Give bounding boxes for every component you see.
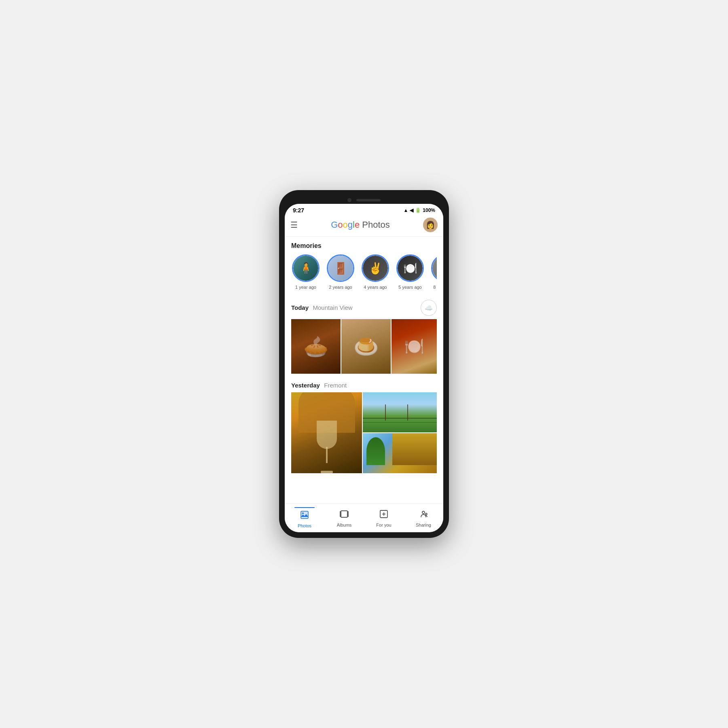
memory-circle-5yr: 🍽️ <box>396 254 424 282</box>
nav-foryou[interactable]: For you <box>364 507 404 528</box>
logo-container: Google Photos <box>303 220 418 230</box>
yesterday-photo-vineyard[interactable] <box>363 392 437 432</box>
today-photo-2[interactable]: 🍮 <box>341 319 391 374</box>
yesterday-label: Yesterday <box>291 382 320 389</box>
albums-nav-label: Albums <box>337 523 352 527</box>
nav-inactive-spacer-1 <box>334 507 354 508</box>
memories-title: Memories <box>291 242 437 250</box>
logo-e-letter: e <box>355 220 360 230</box>
memory-circle-4yr: ✌️ <box>362 254 389 282</box>
speaker-bar <box>356 199 381 201</box>
today-section: Today Mountain View ☁️ 🥧 🍮 <box>285 295 443 377</box>
yesterday-photos-grid <box>291 392 437 474</box>
svg-rect-6 <box>347 512 348 516</box>
logo-g-letter: G <box>331 220 338 230</box>
yesterday-right-col <box>363 392 437 473</box>
wifi-icon: ▲ <box>403 207 408 213</box>
yesterday-header: Yesterday Fremont <box>291 382 437 389</box>
cloud-icon: ☁️ <box>425 304 433 312</box>
foryou-nav-label: For you <box>376 523 391 527</box>
today-photo-3[interactable]: 🍽️ <box>392 319 437 374</box>
phone-notch <box>285 196 443 204</box>
memory-label-2yr: 2 years ago <box>329 284 352 290</box>
bottom-spacer <box>285 476 443 483</box>
memory-circle-1yr: 🧍 <box>292 254 320 282</box>
memory-img-2yr: 🚪 <box>328 256 353 281</box>
svg-point-11 <box>425 513 427 515</box>
nav-inactive-spacer-3 <box>413 507 434 508</box>
nav-photos[interactable]: Photos <box>285 507 324 528</box>
avatar[interactable]: 👩 <box>423 218 438 232</box>
yesterday-location: Fremont <box>324 382 347 389</box>
avatar-emoji: 👩 <box>426 220 435 229</box>
memory-circle-2yr: 🚪 <box>327 254 354 282</box>
today-photos-grid: 🥧 🍮 🍽️ <box>291 319 437 375</box>
logo-o1-letter: o <box>338 220 343 230</box>
status-icons: ▲ ◀ 🔋 100% <box>403 207 435 213</box>
photos-nav-label: Photos <box>298 523 311 528</box>
memories-row: 🧍 1 year ago 🚪 2 years ago <box>291 254 437 292</box>
menu-icon[interactable]: ☰ <box>290 220 298 230</box>
signal-icon: ◀ <box>410 207 413 213</box>
yesterday-photo-building[interactable] <box>363 433 437 473</box>
logo-photos-text: Photos <box>360 220 390 230</box>
app-header: ☰ Google Photos 👩 <box>285 215 443 237</box>
foryou-nav-icon <box>379 509 389 521</box>
nav-active-indicator <box>294 507 315 508</box>
phone-screen: 9:27 ▲ ◀ 🔋 100% ☰ Google Photos 👩 <box>285 204 443 532</box>
status-bar: 9:27 ▲ ◀ 🔋 100% <box>285 204 443 215</box>
memory-item-1yr[interactable]: 🧍 1 year ago <box>291 254 320 290</box>
nav-inactive-spacer-2 <box>374 507 394 508</box>
cloud-upload-button[interactable]: ☁️ <box>421 300 437 316</box>
memory-item-8yr[interactable]: 📷 8 years ago <box>430 254 437 290</box>
memory-img-8yr: 📷 <box>432 256 437 281</box>
nav-sharing[interactable]: Sharing <box>404 507 443 528</box>
nav-albums[interactable]: Albums <box>324 507 364 528</box>
memories-section: Memories 🧍 1 year ago 🚪 <box>285 237 443 295</box>
sharing-nav-icon <box>419 509 428 521</box>
svg-rect-5 <box>340 512 341 516</box>
memory-circle-8yr: 📷 <box>431 254 437 282</box>
memory-item-2yr[interactable]: 🚪 2 years ago <box>326 254 355 290</box>
memory-img-4yr: ✌️ <box>363 256 388 281</box>
svg-rect-0 <box>301 511 308 518</box>
svg-point-10 <box>422 511 425 514</box>
today-date-info: Today Mountain View <box>291 304 353 311</box>
today-photo-1[interactable]: 🥧 <box>291 319 341 374</box>
battery-icon: 🔋 <box>415 207 421 213</box>
svg-rect-4 <box>341 511 347 517</box>
memory-img-5yr: 🍽️ <box>398 256 423 281</box>
yesterday-row <box>291 392 437 473</box>
logo-google: Google <box>331 220 360 230</box>
memory-label-1yr: 1 year ago <box>295 284 316 290</box>
scroll-area[interactable]: Memories 🧍 1 year ago 🚪 <box>285 237 443 504</box>
today-location: Mountain View <box>313 304 353 311</box>
status-time: 9:27 <box>293 207 304 214</box>
svg-point-3 <box>302 512 304 514</box>
camera-dot <box>347 198 351 202</box>
albums-nav-icon <box>339 509 349 521</box>
yesterday-date-info: Yesterday Fremont <box>291 382 347 389</box>
memory-item-5yr[interactable]: 🍽️ 5 years ago <box>396 254 425 290</box>
logo-o2-letter: o <box>343 220 348 230</box>
battery-percent: 100% <box>423 207 435 213</box>
photos-nav-icon <box>300 510 309 522</box>
memory-item-4yr[interactable]: ✌️ 4 years ago <box>361 254 390 290</box>
memory-label-4yr: 4 years ago <box>364 284 387 290</box>
bottom-nav: Photos Albums <box>285 504 443 532</box>
logo-g2-letter: g <box>348 220 353 230</box>
yesterday-section: Yesterday Fremont <box>285 377 443 476</box>
memory-label-8yr: 8 years ago <box>433 284 437 290</box>
today-header: Today Mountain View ☁️ <box>291 300 437 316</box>
memory-img-1yr: 🧍 <box>293 256 318 281</box>
yesterday-photo-big[interactable] <box>291 392 362 473</box>
phone-device: 9:27 ▲ ◀ 🔋 100% ☰ Google Photos 👩 <box>279 190 449 538</box>
today-label: Today <box>291 304 309 311</box>
sharing-nav-label: Sharing <box>416 523 431 527</box>
memory-label-5yr: 5 years ago <box>398 284 421 290</box>
